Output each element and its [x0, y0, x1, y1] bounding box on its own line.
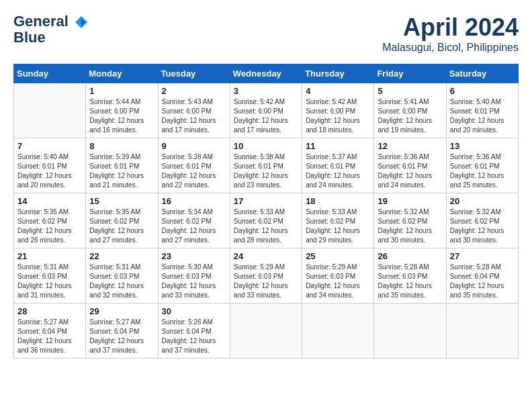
calendar-cell: 28Sunrise: 5:27 AM Sunset: 6:04 PM Dayli…: [14, 304, 86, 359]
calendar-cell: 27Sunrise: 5:28 AM Sunset: 6:04 PM Dayli…: [446, 248, 518, 304]
day-number: 25: [306, 251, 370, 261]
day-info: Sunrise: 5:26 AM Sunset: 6:04 PM Dayligh…: [162, 318, 226, 355]
day-number: 13: [450, 141, 515, 151]
day-info: Sunrise: 5:33 AM Sunset: 6:02 PM Dayligh…: [234, 208, 298, 245]
day-info: Sunrise: 5:40 AM Sunset: 6:01 PM Dayligh…: [17, 152, 82, 190]
day-number: 18: [306, 196, 370, 206]
day-number: 28: [17, 306, 82, 316]
day-number: 15: [89, 196, 154, 206]
column-header-wednesday: Wednesday: [230, 64, 302, 83]
day-number: 3: [234, 86, 298, 96]
week-row-4: 21Sunrise: 5:31 AM Sunset: 6:03 PM Dayli…: [14, 248, 519, 304]
day-number: 7: [17, 141, 82, 151]
calendar-cell: [446, 304, 518, 359]
calendar-cell: 14Sunrise: 5:35 AM Sunset: 6:02 PM Dayli…: [14, 193, 86, 248]
day-number: 8: [89, 141, 154, 151]
day-info: Sunrise: 5:31 AM Sunset: 6:03 PM Dayligh…: [89, 263, 154, 300]
column-header-friday: Friday: [374, 64, 446, 83]
day-number: 24: [234, 251, 298, 261]
calendar-table: SundayMondayTuesdayWednesdayThursdayFrid…: [13, 64, 519, 359]
calendar-cell: 4Sunrise: 5:42 AM Sunset: 6:00 PM Daylig…: [302, 83, 374, 138]
day-info: Sunrise: 5:38 AM Sunset: 6:01 PM Dayligh…: [162, 152, 226, 190]
day-info: Sunrise: 5:41 AM Sunset: 6:00 PM Dayligh…: [378, 97, 442, 135]
calendar-cell: 11Sunrise: 5:37 AM Sunset: 6:01 PM Dayli…: [302, 138, 374, 193]
day-info: Sunrise: 5:31 AM Sunset: 6:03 PM Dayligh…: [17, 263, 82, 300]
calendar-cell: 30Sunrise: 5:26 AM Sunset: 6:04 PM Dayli…: [158, 304, 230, 359]
day-number: 5: [378, 86, 442, 96]
day-info: Sunrise: 5:36 AM Sunset: 6:01 PM Dayligh…: [450, 152, 515, 190]
day-info: Sunrise: 5:29 AM Sunset: 6:03 PM Dayligh…: [306, 263, 370, 300]
calendar-cell: 9Sunrise: 5:38 AM Sunset: 6:01 PM Daylig…: [158, 138, 230, 193]
logo: General Blue: [13, 13, 89, 46]
day-info: Sunrise: 5:35 AM Sunset: 6:02 PM Dayligh…: [17, 208, 82, 245]
calendar-cell: 6Sunrise: 5:40 AM Sunset: 6:01 PM Daylig…: [446, 83, 518, 138]
day-info: Sunrise: 5:42 AM Sunset: 6:00 PM Dayligh…: [234, 97, 298, 135]
day-info: Sunrise: 5:29 AM Sunset: 6:03 PM Dayligh…: [234, 263, 298, 300]
day-number: 26: [378, 251, 442, 261]
day-number: 30: [162, 306, 226, 316]
day-info: Sunrise: 5:28 AM Sunset: 6:04 PM Dayligh…: [450, 263, 515, 300]
calendar-cell: 17Sunrise: 5:33 AM Sunset: 6:02 PM Dayli…: [230, 193, 302, 248]
day-info: Sunrise: 5:32 AM Sunset: 6:02 PM Dayligh…: [450, 208, 515, 245]
day-info: Sunrise: 5:27 AM Sunset: 6:04 PM Dayligh…: [89, 318, 154, 355]
day-number: 20: [450, 196, 515, 206]
logo-text: General: [13, 13, 89, 30]
column-header-tuesday: Tuesday: [158, 64, 230, 83]
column-header-sunday: Sunday: [14, 64, 86, 83]
calendar-cell: 3Sunrise: 5:42 AM Sunset: 6:00 PM Daylig…: [230, 83, 302, 138]
calendar-cell: [230, 304, 302, 359]
day-info: Sunrise: 5:28 AM Sunset: 6:03 PM Dayligh…: [378, 263, 442, 300]
calendar-cell: [14, 83, 86, 138]
day-number: 16: [162, 196, 226, 206]
calendar-cell: 2Sunrise: 5:43 AM Sunset: 6:00 PM Daylig…: [158, 83, 230, 138]
calendar-cell: 10Sunrise: 5:38 AM Sunset: 6:01 PM Dayli…: [230, 138, 302, 193]
calendar-cell: 13Sunrise: 5:36 AM Sunset: 6:01 PM Dayli…: [446, 138, 518, 193]
calendar-cell: 16Sunrise: 5:34 AM Sunset: 6:02 PM Dayli…: [158, 193, 230, 248]
day-info: Sunrise: 5:40 AM Sunset: 6:01 PM Dayligh…: [450, 97, 515, 135]
calendar-cell: [302, 304, 374, 359]
day-number: 2: [162, 86, 226, 96]
calendar-cell: 21Sunrise: 5:31 AM Sunset: 6:03 PM Dayli…: [14, 248, 86, 304]
day-info: Sunrise: 5:30 AM Sunset: 6:03 PM Dayligh…: [162, 263, 226, 300]
day-number: 6: [450, 86, 515, 96]
day-info: Sunrise: 5:42 AM Sunset: 6:00 PM Dayligh…: [306, 97, 370, 135]
calendar-cell: 23Sunrise: 5:30 AM Sunset: 6:03 PM Dayli…: [158, 248, 230, 304]
day-number: 22: [89, 251, 154, 261]
day-number: 14: [17, 196, 82, 206]
day-info: Sunrise: 5:34 AM Sunset: 6:02 PM Dayligh…: [162, 208, 226, 245]
calendar-cell: 25Sunrise: 5:29 AM Sunset: 6:03 PM Dayli…: [302, 248, 374, 304]
day-number: 9: [162, 141, 226, 151]
calendar-cell: 19Sunrise: 5:32 AM Sunset: 6:02 PM Dayli…: [374, 193, 446, 248]
week-row-1: 1Sunrise: 5:44 AM Sunset: 6:00 PM Daylig…: [14, 83, 519, 138]
calendar-cell: 24Sunrise: 5:29 AM Sunset: 6:03 PM Dayli…: [230, 248, 302, 304]
calendar-cell: [374, 304, 446, 359]
week-row-2: 7Sunrise: 5:40 AM Sunset: 6:01 PM Daylig…: [14, 138, 519, 193]
day-number: 4: [306, 86, 370, 96]
day-number: 17: [234, 196, 298, 206]
calendar-cell: 22Sunrise: 5:31 AM Sunset: 6:03 PM Dayli…: [86, 248, 158, 304]
day-number: 21: [17, 251, 82, 261]
day-number: 23: [162, 251, 226, 261]
day-number: 12: [378, 141, 442, 151]
calendar-cell: 12Sunrise: 5:36 AM Sunset: 6:01 PM Dayli…: [374, 138, 446, 193]
location-title: Malasugui, Bicol, Philippines: [382, 42, 519, 54]
week-row-3: 14Sunrise: 5:35 AM Sunset: 6:02 PM Dayli…: [14, 193, 519, 248]
column-header-monday: Monday: [86, 64, 158, 83]
day-number: 1: [89, 86, 154, 96]
calendar-cell: 5Sunrise: 5:41 AM Sunset: 6:00 PM Daylig…: [374, 83, 446, 138]
calendar-cell: 20Sunrise: 5:32 AM Sunset: 6:02 PM Dayli…: [446, 193, 518, 248]
day-info: Sunrise: 5:39 AM Sunset: 6:01 PM Dayligh…: [89, 152, 154, 190]
week-row-5: 28Sunrise: 5:27 AM Sunset: 6:04 PM Dayli…: [14, 304, 519, 359]
logo-blue-text: Blue: [13, 30, 46, 46]
day-info: Sunrise: 5:38 AM Sunset: 6:01 PM Dayligh…: [234, 152, 298, 190]
day-info: Sunrise: 5:27 AM Sunset: 6:04 PM Dayligh…: [17, 318, 82, 355]
calendar-header-row: SundayMondayTuesdayWednesdayThursdayFrid…: [14, 64, 519, 83]
calendar-cell: 1Sunrise: 5:44 AM Sunset: 6:00 PM Daylig…: [86, 83, 158, 138]
calendar-cell: 15Sunrise: 5:35 AM Sunset: 6:02 PM Dayli…: [86, 193, 158, 248]
calendar-cell: 18Sunrise: 5:33 AM Sunset: 6:02 PM Dayli…: [302, 193, 374, 248]
logo-blue-icon: [69, 13, 89, 30]
calendar-cell: 8Sunrise: 5:39 AM Sunset: 6:01 PM Daylig…: [86, 138, 158, 193]
day-info: Sunrise: 5:37 AM Sunset: 6:01 PM Dayligh…: [306, 152, 370, 190]
month-title: April 2024: [382, 13, 519, 42]
day-info: Sunrise: 5:35 AM Sunset: 6:02 PM Dayligh…: [89, 208, 154, 245]
